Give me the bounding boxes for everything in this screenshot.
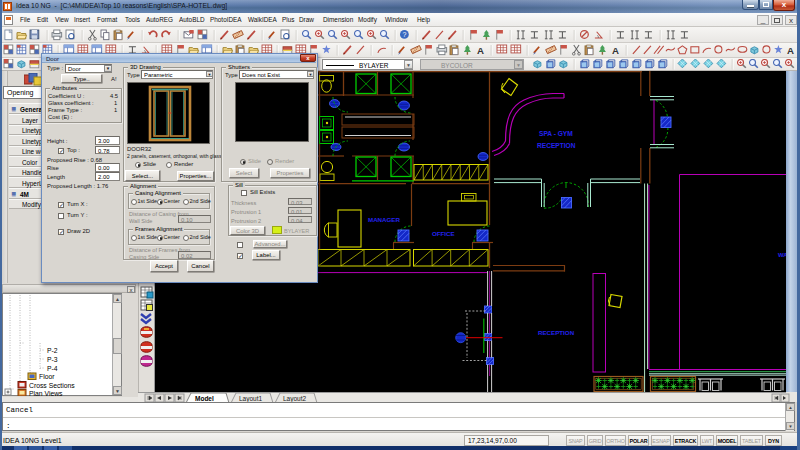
svg-text:A: A [787,45,794,56]
svg-text:SPA - GYM: SPA - GYM [539,130,573,137]
svg-text:A: A [477,45,484,56]
svg-text:Floor: Floor [39,373,55,380]
svg-text:RECEPTION: RECEPTION [537,142,576,149]
svg-text:OFFICE: OFFICE [432,230,455,237]
svg-text:?: ? [402,31,406,38]
svg-text:Model: Model [195,395,214,402]
svg-text:P-3: P-3 [47,356,58,363]
svg-text:RECEPTION: RECEPTION [538,329,575,336]
svg-text:Plan Views: Plan Views [29,390,63,397]
svg-text:A: A [612,45,619,56]
svg-text:Cross Sections: Cross Sections [29,382,75,389]
svg-text:P-2: P-2 [47,347,58,354]
svg-text:MANAGER: MANAGER [368,216,400,223]
svg-text:P-4: P-4 [47,365,58,372]
svg-text:WAIT: WAIT [778,252,786,258]
